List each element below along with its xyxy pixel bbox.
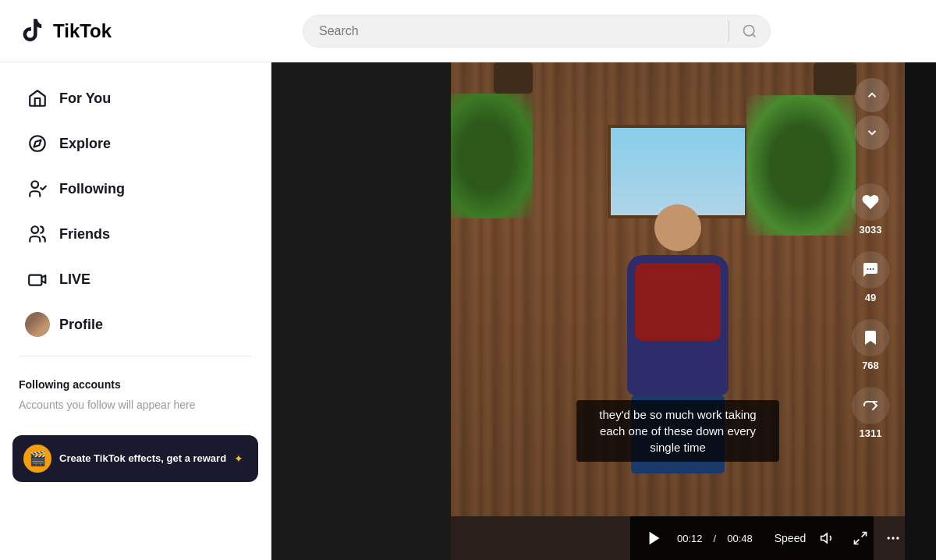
time-total: 00:48 — [727, 533, 753, 544]
volume-button[interactable] — [817, 527, 838, 549]
more-options-button[interactable] — [882, 527, 904, 549]
create-effects-text: Create TikTok effects, get a reward — [59, 452, 226, 466]
search-icon — [742, 23, 757, 39]
person-shirt — [635, 263, 721, 341]
home-icon — [25, 86, 50, 111]
compass-icon — [25, 131, 50, 156]
person-body — [627, 255, 729, 395]
svg-point-13 — [896, 537, 899, 539]
more-icon — [885, 530, 901, 546]
nav-label-explore: Explore — [59, 136, 111, 152]
like-count: 3033 — [860, 224, 882, 236]
svg-point-15 — [870, 268, 871, 270]
chevron-up-icon — [865, 88, 879, 102]
svg-point-4 — [31, 181, 38, 188]
controls-bar: 00:12 / 00:48 Speed — [630, 516, 874, 560]
video-bg-right — [905, 62, 936, 560]
like-group: 3033 — [852, 183, 889, 236]
like-button[interactable] — [852, 183, 889, 221]
person-head — [654, 204, 701, 251]
svg-marker-7 — [650, 532, 660, 545]
following-accounts-desc: Accounts you follow will appear here — [19, 397, 252, 413]
heart-icon — [861, 193, 880, 211]
sidebar-item-for-you[interactable]: For You — [6, 76, 264, 120]
plant-leaves-left — [451, 94, 533, 218]
svg-marker-8 — [821, 533, 828, 543]
main-layout: For You Explore Following — [0, 62, 936, 560]
logo-text: TikTok — [53, 20, 112, 42]
create-effects-banner[interactable]: 🎬 Create TikTok effects, get a reward ✦ — [12, 435, 258, 482]
next-video-button[interactable] — [855, 115, 889, 150]
plant-pot-right — [814, 62, 856, 95]
nav-label-profile: Profile — [59, 317, 103, 333]
search-input[interactable] — [303, 16, 729, 46]
video-navigation — [855, 78, 889, 150]
svg-point-5 — [31, 226, 38, 233]
play-button[interactable] — [643, 526, 666, 550]
sidebar-item-friends[interactable]: Friends — [6, 212, 264, 256]
search-bar[interactable] — [303, 15, 771, 48]
bookmark-button[interactable] — [852, 319, 889, 356]
nav-label-friends: Friends — [59, 226, 110, 243]
tiktok-logo-icon — [19, 17, 47, 45]
comment-count: 49 — [865, 292, 876, 303]
volume-icon — [820, 530, 835, 546]
svg-point-12 — [892, 537, 895, 539]
action-panel: 3033 49 — [852, 183, 889, 439]
sidebar-item-explore[interactable]: Explore — [6, 122, 264, 165]
share-icon — [861, 396, 880, 415]
share-count: 1311 — [860, 427, 882, 439]
sidebar-divider — [19, 356, 252, 356]
svg-point-16 — [873, 268, 874, 270]
time-current: 00:12 — [677, 533, 703, 544]
create-effects-icon: 🎬 — [23, 445, 51, 473]
following-accounts-title: Following accounts — [19, 378, 252, 391]
sidebar: For You Explore Following — [0, 62, 271, 560]
svg-point-14 — [867, 268, 869, 270]
search-button[interactable] — [729, 16, 770, 47]
nav-label-for-you: For You — [59, 90, 111, 107]
header: TikTok — [0, 0, 936, 62]
logo-area: TikTok — [19, 17, 144, 45]
video-bg-left — [271, 62, 451, 560]
plant-pot-left — [494, 62, 533, 94]
play-icon — [646, 530, 663, 547]
bookmark-icon — [861, 328, 880, 347]
following-accounts-section: Following accounts Accounts you follow w… — [0, 366, 271, 426]
comment-button[interactable] — [852, 251, 889, 289]
plant-left — [466, 62, 560, 218]
svg-point-0 — [744, 25, 754, 35]
prev-video-button[interactable] — [855, 78, 889, 112]
video-main: they'd be so much work taking each one o… — [451, 62, 905, 560]
create-stars-icon: ✦ — [234, 452, 243, 465]
svg-rect-6 — [29, 275, 41, 285]
fullscreen-button[interactable] — [849, 527, 871, 549]
comment-group: 49 — [852, 251, 889, 303]
svg-line-9 — [862, 533, 867, 537]
share-group: 1311 — [852, 387, 889, 439]
speed-label[interactable]: Speed — [775, 532, 806, 544]
nav-label-live: LIVE — [59, 271, 90, 288]
avatar-image — [25, 312, 50, 337]
video-subtitle: they'd be so much work taking each one o… — [576, 400, 779, 462]
bookmark-group: 768 — [852, 319, 889, 371]
sidebar-item-profile[interactable]: Profile — [6, 303, 264, 346]
avatar — [25, 312, 50, 337]
nav-label-following: Following — [59, 181, 125, 197]
live-icon — [25, 267, 50, 292]
sidebar-item-live[interactable]: LIVE — [6, 257, 264, 301]
comment-icon — [861, 261, 880, 279]
share-button[interactable] — [852, 387, 889, 424]
svg-line-1 — [753, 34, 756, 37]
svg-marker-3 — [34, 140, 41, 147]
content-area: they'd be so much work taking each one o… — [271, 62, 936, 560]
fullscreen-icon — [853, 530, 868, 546]
sidebar-item-following[interactable]: Following — [6, 167, 264, 211]
video-wrapper: they'd be so much work taking each one o… — [271, 62, 936, 560]
svg-line-10 — [855, 540, 860, 544]
time-separator: / — [714, 533, 717, 544]
friends-icon — [25, 222, 50, 246]
bookmark-count: 768 — [862, 360, 879, 371]
video-scene: they'd be so much work taking each one o… — [451, 62, 905, 516]
chevron-down-icon — [865, 126, 879, 140]
